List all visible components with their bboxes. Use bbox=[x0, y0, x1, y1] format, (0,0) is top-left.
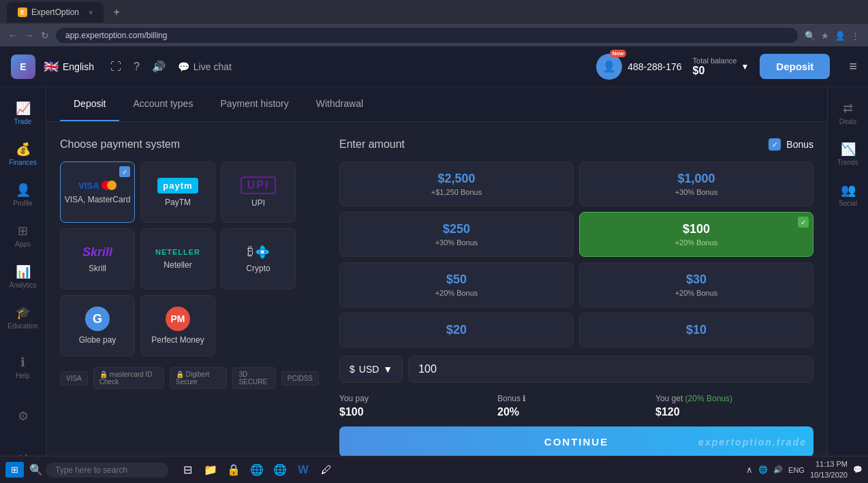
tab-account-types[interactable]: Account types bbox=[119, 87, 206, 121]
sidebar-item-education[interactable]: 🎓 Education bbox=[0, 297, 46, 338]
sidebar-item-help[interactable]: ℹ Help bbox=[0, 347, 46, 388]
payment-method-crypto[interactable]: ₿ 💠 Crypto bbox=[221, 228, 296, 290]
deposit-button[interactable]: Deposit bbox=[760, 54, 830, 79]
main-layout: 📈 Trade 💰 Finances 👤 Profile ⊞ Apps 📊 An… bbox=[0, 87, 868, 483]
amount-card-10[interactable]: $10 bbox=[579, 313, 813, 347]
sidebar-label-finances: Finances bbox=[9, 159, 37, 166]
help-icon[interactable]: ? bbox=[134, 61, 140, 73]
start-button[interactable]: ⊞ bbox=[5, 462, 24, 478]
payment-method-visa-mc[interactable]: ✓ VISA VISA, MasterCard bbox=[60, 161, 135, 223]
amount-card-250[interactable]: $250 +30% Bonus bbox=[339, 212, 574, 257]
watermark-text: expertoption.trade bbox=[698, 437, 807, 448]
app-header: E 🇬🇧 English ⛶ ? 🔊 💬 Live chat 👤 New 488… bbox=[0, 46, 868, 87]
sidebar: 📈 Trade 💰 Finances 👤 Profile ⊞ Apps 📊 An… bbox=[0, 87, 46, 483]
amount-bonus-2500: +$1,250 Bonus bbox=[350, 188, 563, 196]
back-button[interactable]: ← bbox=[8, 30, 18, 41]
sound-icon[interactable]: 🔊 bbox=[152, 60, 166, 73]
user-avatar[interactable]: 👤 New bbox=[596, 54, 622, 80]
summary-you-pay: You pay $100 bbox=[339, 394, 497, 418]
profile-icon[interactable]: 👤 bbox=[835, 31, 846, 41]
user-id: 488-288-176 bbox=[627, 61, 681, 72]
neteller-label: Neteller bbox=[164, 260, 191, 270]
sidebar-label-help: Help bbox=[16, 372, 30, 379]
chrome-icon[interactable]: 🌐 bbox=[246, 459, 268, 481]
sidebar-item-profile[interactable]: 👤 Profile bbox=[0, 174, 46, 215]
hamburger-menu-icon[interactable]: ≡ bbox=[849, 59, 857, 74]
taskbar: ⊞ 🔍 ⊟ 📁 🔒 🌐 🌐 W 🖊 ∧ 🌐 🔊 ENG 11:13 PM 10/… bbox=[0, 456, 868, 483]
extensions-icon[interactable]: 🔍 bbox=[805, 31, 816, 41]
amount-card-30[interactable]: $30 +20% Bonus bbox=[579, 262, 813, 307]
payment-method-globe-pay[interactable]: G Globe pay bbox=[60, 295, 135, 356]
continue-button-label: CONTINUE bbox=[544, 436, 608, 448]
continue-button[interactable]: CONTINUE expertoption.trade bbox=[339, 426, 813, 457]
header-right: 👤 New 488-288-176 Total balance $0 ▼ Dep… bbox=[596, 54, 857, 80]
you-pay-label: You pay bbox=[339, 394, 497, 403]
you-get-label: You get (20% Bonus) bbox=[655, 394, 813, 403]
currency-code: USD bbox=[359, 364, 379, 375]
browser-tab[interactable]: E ExpertOption × bbox=[7, 2, 104, 22]
currency-select[interactable]: $ USD ▼ bbox=[339, 356, 403, 383]
amount-input[interactable] bbox=[408, 356, 813, 383]
visa-badge: VISA bbox=[60, 371, 88, 386]
chrome2-icon[interactable]: 🌐 bbox=[269, 459, 291, 481]
amount-card-2500[interactable]: $2,500 +$1,250 Bonus bbox=[339, 161, 574, 206]
word-icon[interactable]: W bbox=[292, 459, 314, 481]
tab-add-button[interactable]: + bbox=[109, 6, 123, 18]
summary-you-get: You get (20% Bonus) $120 bbox=[655, 394, 813, 418]
fullscreen-icon[interactable]: ⛶ bbox=[110, 61, 121, 73]
tab-deposit[interactable]: Deposit bbox=[60, 87, 119, 121]
pen-icon[interactable]: 🖊 bbox=[315, 459, 337, 481]
amount-card-1000[interactable]: $1,000 +30% Bonus bbox=[579, 161, 813, 206]
file-explorer-icon[interactable]: 📁 bbox=[200, 459, 221, 481]
sidebar-item-social[interactable]: 👥 Social bbox=[825, 174, 869, 215]
amount-card-50[interactable]: $50 +20% Bonus bbox=[339, 262, 574, 307]
amount-card-100[interactable]: ✓ $100 +20% Bonus bbox=[579, 212, 813, 257]
payment-method-neteller[interactable]: NETELLER Neteller bbox=[140, 228, 215, 290]
forward-button[interactable]: → bbox=[25, 30, 34, 41]
payment-method-perfect-money[interactable]: PM Perfect Money bbox=[140, 295, 215, 356]
amount-value-100: $100 bbox=[589, 222, 803, 236]
sidebar-item-settings[interactable]: ⚙ bbox=[0, 396, 46, 437]
billing-content: Choose payment system ✓ VISA VISA, Mast bbox=[46, 122, 827, 473]
notification-icon[interactable]: 💬 bbox=[853, 465, 863, 474]
live-chat-button[interactable]: 💬 Live chat bbox=[178, 61, 232, 72]
sidebar-item-analytics[interactable]: 📊 Analytics bbox=[0, 256, 46, 297]
sidebar-label-education: Education bbox=[7, 322, 37, 330]
tab-withdrawal[interactable]: Withdrawal bbox=[303, 87, 377, 121]
tab-payment-history[interactable]: Payment history bbox=[206, 87, 302, 121]
refresh-button[interactable]: ↻ bbox=[41, 30, 49, 41]
tab-close-button[interactable]: × bbox=[89, 8, 93, 16]
bonus-toggle[interactable]: ✓ Bonus bbox=[769, 138, 813, 151]
address-input[interactable] bbox=[56, 28, 798, 43]
sidebar-item-trends[interactable]: 📉 Trends bbox=[825, 134, 869, 174]
taskbar-search-input[interactable] bbox=[46, 463, 168, 478]
system-clock: 11:13 PM 10/13/2020 bbox=[810, 459, 848, 480]
sidebar-item-deals[interactable]: ⇄ Deals bbox=[825, 93, 869, 134]
social-icon: 👥 bbox=[841, 183, 856, 198]
amount-bonus-100: +20% Bonus bbox=[589, 238, 803, 247]
amount-title: Enter amount bbox=[339, 138, 405, 151]
address-bar: ← → ↻ 🔍 ★ 👤 ⋮ bbox=[0, 25, 868, 46]
sidebar-item-finances[interactable]: 💰 Finances bbox=[0, 134, 46, 174]
network-icon: 🌐 bbox=[758, 465, 768, 474]
language-selector[interactable]: 🇬🇧 English bbox=[44, 59, 94, 74]
summary-row: You pay $100 Bonus ℹ 20% You get (20 bbox=[339, 394, 813, 418]
amount-card-20[interactable]: $20 bbox=[339, 313, 574, 347]
new-badge: New bbox=[610, 50, 626, 57]
payment-method-paytm[interactable]: paytm PayTM bbox=[140, 161, 215, 223]
keepass-icon[interactable]: 🔒 bbox=[223, 459, 245, 481]
clock-date: 10/13/2020 bbox=[810, 470, 848, 480]
taskview-icon[interactable]: ⊟ bbox=[176, 459, 198, 481]
amount-bonus-250: +30% Bonus bbox=[350, 238, 563, 247]
paytm-logo: paytm bbox=[157, 178, 198, 193]
profile-icon: 👤 bbox=[16, 183, 31, 198]
menu-icon[interactable]: ⋮ bbox=[851, 31, 860, 41]
balance-dropdown-icon[interactable]: ▼ bbox=[741, 62, 749, 72]
bookmark-icon[interactable]: ★ bbox=[821, 31, 829, 41]
amount-bonus-50: +20% Bonus bbox=[350, 289, 563, 297]
payment-method-upi[interactable]: UPI UPI bbox=[221, 161, 296, 223]
payment-method-skrill[interactable]: Skrill Skrill bbox=[60, 228, 135, 290]
sidebar-item-apps[interactable]: ⊞ Apps bbox=[0, 215, 46, 256]
sidebar-item-trade[interactable]: 📈 Trade bbox=[0, 93, 46, 134]
perfect-money-logo: PM bbox=[166, 307, 190, 331]
